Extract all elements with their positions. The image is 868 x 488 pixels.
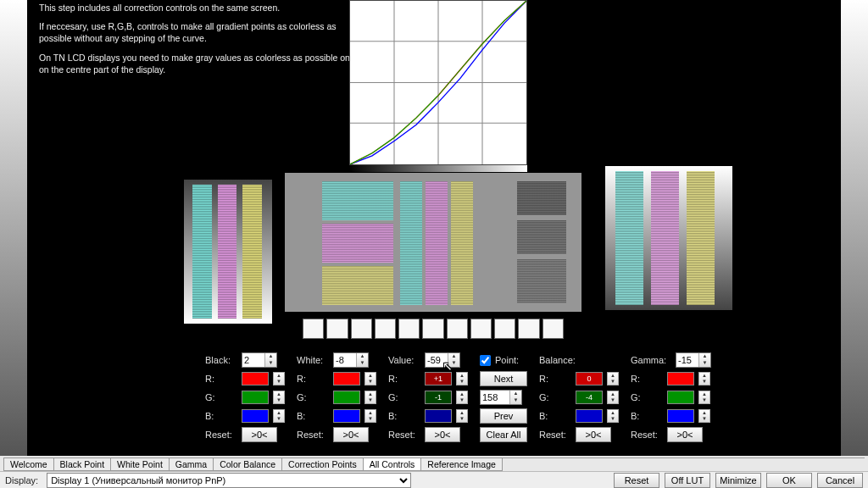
minimize-button[interactable]: Minimize: [715, 473, 761, 488]
white-r-spinner[interactable]: ▲▼: [364, 372, 376, 385]
next-button[interactable]: Next: [480, 371, 527, 386]
off-lut-button[interactable]: Off LUT: [665, 473, 710, 488]
balance-r-spinner[interactable]: ▲▼: [607, 372, 619, 385]
value-input[interactable]: [426, 353, 448, 367]
gamma-b-swatch[interactable]: [667, 409, 694, 423]
balance-b-spinner[interactable]: ▲▼: [607, 409, 619, 423]
black-r-swatch[interactable]: [242, 372, 269, 385]
clear-all-button[interactable]: Clear All: [480, 427, 527, 442]
value-spinner[interactable]: ▲▼: [448, 353, 459, 367]
value-g-swatch[interactable]: -1: [425, 391, 452, 404]
value-r-label: R:: [388, 374, 420, 384]
black-reset-label: Reset:: [205, 430, 237, 440]
col-value: Value: ▲▼ R:+1▲▼ G:-1▲▼ B:▲▼ Reset:>0<: [388, 352, 468, 447]
nav-value-spinner[interactable]: ▲▼: [509, 391, 521, 404]
gamma-b-spinner[interactable]: ▲▼: [698, 409, 710, 423]
white-g-spinner[interactable]: ▲▼: [364, 391, 376, 404]
white-spinner[interactable]: ▲▼: [356, 353, 368, 367]
gamma-g-spinner[interactable]: ▲▼: [698, 391, 710, 404]
main-area: This step includes all correction contro…: [27, 0, 841, 456]
tab-color-balance[interactable]: Color Balance: [213, 458, 282, 471]
tab-reference-image[interactable]: Reference Image: [420, 458, 503, 471]
tab-white-point[interactable]: White Point: [110, 458, 170, 471]
gamma-label: Gamma:: [631, 355, 671, 365]
cancel-button[interactable]: Cancel: [817, 473, 863, 488]
black-spinner[interactable]: ▲▼: [264, 353, 276, 367]
black-r-label: R:: [205, 374, 237, 384]
ok-button[interactable]: OK: [766, 473, 812, 488]
value-r-swatch[interactable]: +1: [425, 372, 452, 385]
black-b-swatch[interactable]: [242, 409, 269, 423]
col-nav: Point: Next ▲▼ Prev Clear All: [480, 352, 527, 447]
black-input[interactable]: [242, 353, 264, 367]
help-p1: This step includes all correction contro…: [39, 2, 361, 14]
tab-bar: Welcome Black Point White Point Gamma Co…: [3, 458, 865, 471]
value-b-label: B:: [388, 411, 420, 421]
white-reset-button[interactable]: >0<: [333, 427, 369, 442]
white-g-swatch[interactable]: [333, 391, 360, 404]
value-reset-label: Reset:: [388, 430, 420, 440]
help-p2: If neccesary, use R,G,B, controls to mak…: [39, 20, 361, 44]
value-b-swatch[interactable]: [425, 409, 452, 423]
side-gradient-right: [841, 0, 868, 456]
balance-reset-button[interactable]: >0<: [576, 427, 611, 442]
white-g-label: G:: [297, 392, 329, 402]
bottom-bar: Display: Display 1 (Универсальный монито…: [0, 471, 868, 488]
test-panel-right: [605, 166, 732, 310]
white-r-swatch[interactable]: [333, 372, 360, 385]
balance-g-spinner[interactable]: ▲▼: [607, 391, 619, 404]
black-g-swatch[interactable]: [242, 391, 269, 404]
gamma-g-swatch[interactable]: [667, 391, 694, 404]
tab-gamma[interactable]: Gamma: [169, 458, 214, 471]
bw-swatch: [470, 319, 492, 339]
display-select[interactable]: Display 1 (Универсальный монитор PnP): [47, 473, 411, 488]
white-r-label: R:: [297, 374, 329, 384]
white-b-spinner[interactable]: ▲▼: [364, 409, 376, 423]
black-r-spinner[interactable]: ▲▼: [273, 372, 285, 385]
bw-swatch: [326, 319, 348, 339]
block-cyan-1: [322, 181, 393, 220]
col-balance: Balance: R:0▲▼ G:-4▲▼ B:▲▼ Reset:>0<: [539, 352, 619, 447]
side-gradient-left: [0, 0, 27, 456]
gamma-input[interactable]: [676, 353, 698, 367]
bw-swatch: [303, 319, 324, 339]
black-b-label: B:: [205, 411, 237, 421]
black-reset-button[interactable]: >0<: [242, 427, 277, 442]
white-input[interactable]: [334, 353, 356, 367]
stripe-yellow-r: [687, 171, 715, 305]
block-gray-1: [517, 181, 566, 215]
value-g-spinner[interactable]: ▲▼: [456, 391, 468, 404]
gamma-spinner[interactable]: ▲▼: [698, 353, 710, 367]
gamma-reset-button[interactable]: >0<: [667, 427, 703, 442]
nav-value-input[interactable]: [481, 391, 509, 404]
tab-black-point[interactable]: Black Point: [53, 458, 112, 471]
stripe-yellow: [242, 185, 262, 319]
curve-graph: [349, 0, 527, 165]
point-checkbox[interactable]: [480, 355, 491, 366]
balance-b-swatch[interactable]: [576, 409, 603, 423]
tab-welcome[interactable]: Welcome: [3, 458, 54, 471]
reset-button[interactable]: Reset: [614, 473, 659, 488]
balance-g-swatch[interactable]: -4: [576, 391, 603, 404]
black-g-spinner[interactable]: ▲▼: [273, 391, 285, 404]
value-label: Value:: [388, 355, 420, 365]
gamma-r-swatch[interactable]: [667, 372, 694, 385]
help-p3: On TN LCD displays you need to make gray…: [39, 52, 361, 75]
stripe-magenta: [218, 185, 237, 319]
block-gray-2: [517, 220, 566, 254]
gamma-b-label: B:: [631, 411, 663, 421]
value-r-spinner[interactable]: ▲▼: [456, 372, 468, 385]
bw-swatch: [494, 319, 515, 339]
white-b-swatch[interactable]: [333, 409, 360, 423]
balance-reset-label: Reset:: [539, 430, 571, 440]
value-b-spinner[interactable]: ▲▼: [456, 409, 468, 423]
tab-all-controls[interactable]: All Controls: [363, 458, 422, 471]
gamma-r-spinner[interactable]: ▲▼: [698, 372, 710, 385]
balance-r-swatch[interactable]: 0: [576, 372, 603, 385]
black-g-label: G:: [205, 392, 237, 402]
: B:: [539, 411, 571, 421]
prev-button[interactable]: Prev: [480, 408, 527, 424]
tab-correction-points[interactable]: Correction Points: [281, 458, 364, 471]
value-reset-button[interactable]: >0<: [425, 427, 460, 442]
black-b-spinner[interactable]: ▲▼: [273, 409, 285, 423]
